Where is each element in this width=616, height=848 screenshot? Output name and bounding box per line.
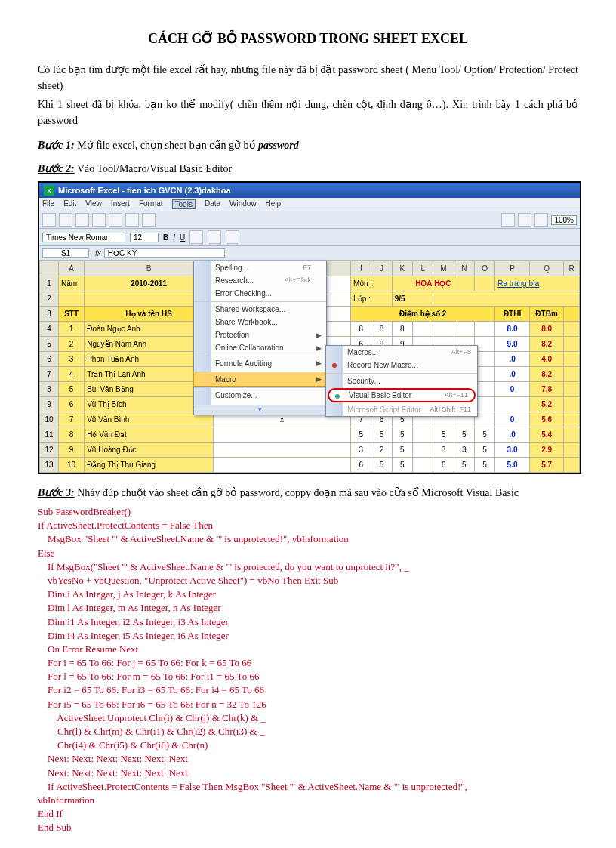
menu-item[interactable]: Formula Auditing▶ (194, 356, 326, 370)
table-row[interactable]: 11 8 Hồ Văn Đạt 555 555 .05.4 (40, 427, 580, 443)
sum-icon[interactable] (501, 213, 515, 227)
menu-window[interactable]: Window (229, 199, 257, 209)
menu-help[interactable]: Help (266, 199, 282, 209)
window-title: Microsoft Excel - tien ich GVCN (2.3)dak… (58, 186, 231, 195)
save-icon[interactable] (75, 213, 89, 227)
menu-item[interactable]: Shared Workspace... (194, 301, 326, 316)
vba-code-block: Sub PasswordBreaker() If ActiveSheet.Pro… (38, 505, 578, 835)
step-3-text: Nháy đúp chuột vào sheet cần gỡ bỏ passw… (75, 487, 519, 498)
underline-icon[interactable]: U (180, 233, 185, 242)
macro-submenu[interactable]: Macros...Alt+F8Record New Macro...Securi… (325, 345, 478, 417)
step-2: Bước 2: Vào Tool/Macro/Visual Basic Edit… (38, 162, 578, 175)
table-row[interactable]: 12 9 Vũ Hoàng Đức 325 335 3.02.9 (40, 443, 580, 458)
menu-item[interactable]: Spelling...F7 (194, 261, 326, 274)
formatting-toolbar[interactable]: Times New Roman 12 B I U (39, 229, 580, 246)
table-row[interactable]: 13 10 Đặng Thị Thu Giang 655 655 5.05.7 (40, 458, 580, 473)
step-1-bold: password (258, 140, 299, 151)
excel-icon: X (44, 185, 54, 196)
menu-item[interactable]: Research...Alt+Click (194, 274, 326, 287)
step-3: Bước 3: Nháy đúp chuột vào sheet cần gỡ … (38, 486, 578, 499)
menu-format[interactable]: Format (139, 199, 163, 209)
formula-bar[interactable]: HỌC KỲ (104, 248, 225, 258)
bullet-icon (335, 394, 340, 399)
intro-paragraph-2: Khi 1 sheet đã bị khóa, bạn ko thể modif… (38, 97, 578, 128)
step-2-text: Vào Tool/Macro/Visual Basic Editor (75, 163, 232, 174)
bold-icon[interactable]: B (163, 233, 168, 242)
menu-item: Microsoft Script EditorAlt+Shift+F11 (326, 403, 477, 416)
menu-data[interactable]: Data (205, 199, 220, 209)
excel-screenshot: X Microsoft Excel - tien ich GVCN (2.3)d… (38, 181, 581, 474)
step-1-text: Mở file excel, chọn sheet bạn cần gỡ bỏ (75, 140, 258, 151)
menu-item[interactable]: Record New Macro... (326, 359, 477, 372)
menu-file[interactable]: File (42, 199, 54, 209)
font-select[interactable]: Times New Roman (42, 233, 125, 242)
menu-edit[interactable]: Edit (63, 199, 76, 209)
page-title: CÁCH GỠ BỎ PASSWORD TRONG SHEET EXCEL (38, 30, 578, 47)
step-2-label: Bước 2: (38, 163, 75, 174)
menu-tools[interactable]: Tools (172, 199, 196, 209)
name-box[interactable]: S1 (42, 248, 89, 258)
menu-view[interactable]: View (85, 199, 102, 209)
link-ra-trang-bia[interactable]: Ra trang bìa (495, 276, 580, 291)
open-icon[interactable] (59, 213, 72, 227)
new-icon[interactable] (42, 213, 56, 227)
corner-cell[interactable] (40, 261, 59, 276)
paste-icon[interactable] (142, 213, 156, 227)
step-1-label: Bước 1: (38, 140, 75, 151)
submenu-arrow-icon: ▶ (316, 331, 322, 339)
print-icon[interactable] (92, 213, 106, 227)
chart-icon[interactable] (534, 213, 548, 227)
titlebar: X Microsoft Excel - tien ich GVCN (2.3)d… (39, 183, 580, 198)
fx-icon[interactable]: fx (95, 249, 101, 257)
menu-item[interactable]: Error Checking... (194, 287, 326, 300)
intro-paragraph-1: Có lúc bạn tìm được một file excel rất h… (38, 62, 578, 94)
align-center-icon[interactable] (208, 230, 221, 244)
step-3-label: Bước 3: (38, 487, 75, 498)
sort-icon[interactable] (518, 213, 531, 227)
menu-item[interactable]: Protection▶ (194, 328, 326, 341)
bullet-icon (332, 363, 337, 368)
submenu-arrow-icon: ▶ (316, 359, 322, 367)
fill-color-icon[interactable] (226, 230, 239, 244)
tools-menu-dropdown[interactable]: Spelling...F7Research...Alt+ClickError C… (193, 261, 327, 415)
submenu-arrow-icon: ▶ (316, 375, 322, 383)
menubar[interactable]: File Edit View Insert Format Tools Data … (39, 198, 580, 211)
standard-toolbar[interactable]: 100% (39, 211, 580, 229)
step-1: Bước 1: Mở file excel, chọn sheet bạn cầ… (38, 139, 578, 152)
menu-insert[interactable]: Insert (111, 199, 130, 209)
name-box-row: S1 fx HỌC KỲ (39, 246, 580, 261)
copy-icon[interactable] (125, 213, 139, 227)
menu-item[interactable]: Macro▶ (193, 372, 327, 387)
align-left-icon[interactable] (189, 230, 203, 244)
italic-icon[interactable]: I (173, 233, 175, 242)
menu-item[interactable]: Macros...Alt+F8 (326, 346, 477, 359)
fontsize-select[interactable]: 12 (130, 233, 159, 242)
menu-item[interactable]: Customize... (194, 387, 326, 402)
menu-item[interactable]: Share Workbook... (194, 316, 326, 328)
menu-item-visual-basic-editor[interactable]: Visual Basic EditorAlt+F11 (328, 388, 476, 402)
menu-item[interactable]: Online Collaboration▶ (194, 341, 326, 354)
zoom-select[interactable]: 100% (551, 215, 577, 225)
menu-item[interactable]: Security... (326, 373, 477, 387)
submenu-arrow-icon: ▶ (316, 344, 322, 352)
cut-icon[interactable] (109, 213, 122, 227)
expand-icon[interactable]: ▾ (194, 405, 326, 415)
